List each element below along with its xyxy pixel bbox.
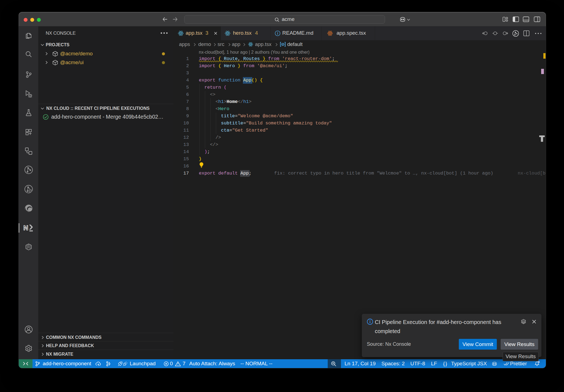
svg-text:N: N: [23, 224, 28, 232]
